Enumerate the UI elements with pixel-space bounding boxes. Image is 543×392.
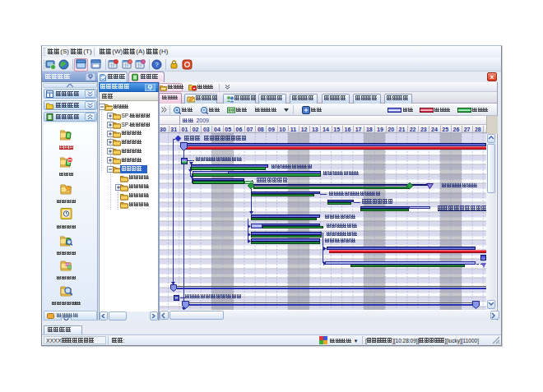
svg-text:?: ? — [155, 61, 159, 68]
